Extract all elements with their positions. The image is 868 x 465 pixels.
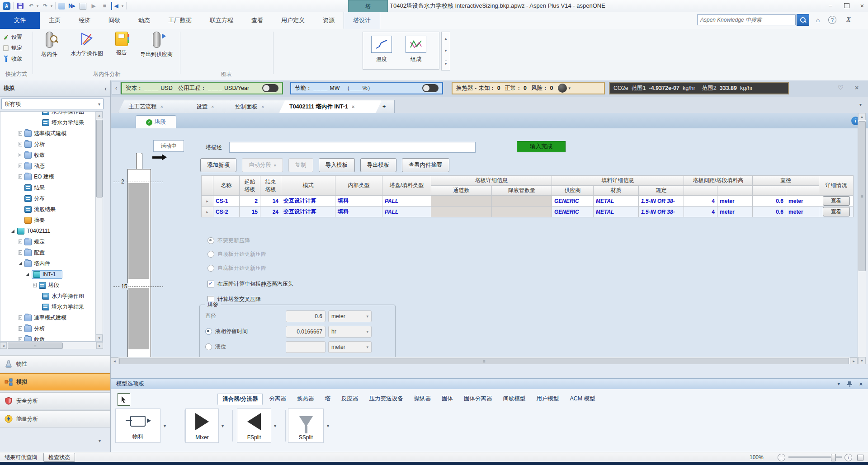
col-vendor[interactable]: 供应商 [552,186,594,196]
chevron-expanded-icon[interactable] [11,229,15,233]
material-stream-tile[interactable]: 物料 [115,409,160,443]
table-row[interactable]: ▸ CS-1 2 14 交互设计计算 填料 PALL GENERIC METAL… [202,196,854,207]
checkbox-static-head[interactable]: 在压降计算中包括静态蒸汽压头 [208,280,293,288]
report-button[interactable]: 报告 [109,29,134,70]
scroll-left-icon[interactable]: ◂ [0,342,7,349]
tree-item[interactable]: 收敛 [0,150,103,160]
radio-update-from-top[interactable]: 自顶板开始更新压降 [208,250,266,258]
exchanger-options-icon[interactable] [558,84,567,93]
chevron-right-icon[interactable] [19,316,22,319]
ribbon-tab-plant-data[interactable]: 工厂数据 [159,12,201,29]
tree-item[interactable]: 塔内件 [0,258,103,269]
view-details-button[interactable]: 查看 [823,207,850,216]
scroll-up-icon[interactable]: ▴ [858,113,866,120]
sump-level-value[interactable] [286,341,326,353]
tower-description-input[interactable] [229,142,476,153]
chevron-right-icon[interactable] [19,338,22,341]
palette-tab-solids-separators[interactable]: 固体分离器 [459,394,497,405]
nav-more-icon[interactable]: ▾ [99,438,101,443]
palette-tab-pressure-changers[interactable]: 压力变送设备 [364,394,407,405]
fsplit-tile[interactable]: FSplit [237,409,271,443]
tree-item[interactable]: 结果 [0,182,103,193]
nav-energy-analysis[interactable]: 能量分析 [0,410,110,427]
view-details-button[interactable]: 查看 [823,196,850,206]
help-icon[interactable]: ? [827,15,837,24]
temperature-chart-button[interactable]: 温度 [367,35,396,74]
exchange-icon[interactable]: X [844,15,854,24]
ribbon-tab-file[interactable]: 文件 [0,12,40,29]
column-internals-button[interactable]: 塔内件 [34,29,64,70]
scrollbar-thumb[interactable]: ≡ [119,358,849,365]
scrollbar-thumb[interactable] [96,120,103,197]
tree-item[interactable]: 分析 [0,139,103,150]
search-input[interactable] [697,14,796,25]
doc-tab-internals[interactable]: T0402111 塔内件 INT-1× [279,100,382,113]
close-button[interactable]: × [854,0,868,11]
col-group-spacing-height[interactable]: 塔板间距/塔段填料高 [684,176,753,186]
tree-item[interactable]: 塔水力学结果 [0,301,103,312]
col-mode[interactable]: 模式 [281,176,335,196]
chevron-expanded-icon[interactable] [19,262,22,265]
radio-update-from-bottom[interactable]: 自底板开始更新压降 [208,264,266,272]
qat-customize-icon[interactable]: ▾ [122,4,123,8]
check-status-button[interactable]: 检查状态 [43,453,75,462]
col-group-diameter[interactable]: 直径 [753,176,819,186]
mixer-tile[interactable]: Mixer [185,409,219,443]
gallery-up-icon[interactable]: ▴ [445,36,447,41]
zoom-slider-thumb[interactable] [831,454,836,461]
sump-residence-value[interactable]: 0.0166667 [286,326,326,338]
tree-item[interactable]: EO 建模 [0,171,103,182]
composition-chart-button[interactable]: 组成 [401,35,431,74]
col-material[interactable]: 材质 [594,186,639,196]
chevron-right-icon[interactable] [19,132,22,135]
ribbon-tab-view[interactable]: 查看 [242,12,272,29]
tree-item[interactable]: 摘要 [0,215,103,225]
tree-item[interactable]: 水力学操作图 [0,291,103,301]
radio-no-update[interactable]: 不要更新压降 [208,237,250,244]
search-button[interactable] [797,14,809,26]
palette-tab-exchangers[interactable]: 换热器 [292,394,319,405]
chevron-right-icon[interactable] [19,251,22,254]
ribbon-tab-resources[interactable]: 资源 [314,12,344,29]
undo-caret-icon[interactable]: ▾ [37,4,38,8]
close-tab-icon[interactable]: × [160,104,163,109]
table-row[interactable]: ▸ CS-2 15 24 交互设计计算 填料 PALL GENERIC META… [202,207,854,217]
tree-filter-dropdown[interactable]: 所有项 ▾ [1,99,104,109]
ssplit-caret-icon[interactable]: ▾ [327,423,329,428]
doc-tab-setup[interactable]: 设置× [186,100,231,113]
tree-item[interactable]: 速率模式建模 [0,312,103,323]
scrollbar-thumb[interactable]: ≡ [859,121,866,271]
sump-residence-unit[interactable]: hr▾ [328,326,372,338]
chevron-right-icon[interactable] [19,327,22,330]
model-palette-header[interactable]: 模型选项板 ▾ × [111,378,868,389]
col-details[interactable]: 详细情况 [819,176,854,196]
col-name[interactable]: 名称 [213,176,240,196]
col-group-tray-details[interactable]: 塔板详细信息 [431,176,552,186]
export-template-button[interactable]: 导出模板 [360,158,396,172]
close-tab-icon[interactable]: × [211,104,214,109]
palette-tab-reactors[interactable]: 反应器 [337,394,363,405]
tree-item[interactable]: 流股结果 [0,204,103,215]
tree-item[interactable]: 分布 [0,193,103,204]
palette-tab-solids[interactable]: 固体 [437,394,458,405]
model-summary-icon[interactable] [58,3,65,9]
tree-horizontal-scrollbar[interactable]: ◂ ≡ ▸ [0,342,103,349]
ssplit-tile[interactable]: SSplit [288,409,324,443]
import-template-button[interactable]: 导入模板 [319,158,355,172]
tree-item[interactable]: 塔水力学结果 [0,117,103,128]
stream-caret-icon[interactable]: ▾ [164,423,166,428]
gallery-down-icon[interactable]: ▾ [445,48,447,53]
doc-tab-main-flowsheet[interactable]: 主工艺流程× [118,100,194,113]
favorites-heart-icon[interactable]: ♡ [838,84,844,91]
fit-view-icon[interactable] [857,455,863,460]
tree-item[interactable]: 收敛 [0,334,103,342]
tree-item[interactable]: 水力学操作图 [0,111,103,117]
form-horizontal-scrollbar[interactable]: ◂ ≡ ▸ [111,357,858,365]
setup-button[interactable]: 设置 [0,32,33,42]
reinitialize-icon[interactable]: ◀ [111,2,120,10]
fsplit-caret-icon[interactable]: ▾ [274,423,276,428]
view-internals-summary-button[interactable]: 查看内件摘要 [402,158,449,172]
auto-section-button[interactable]: 自动分段▾ [242,158,283,172]
chevron-right-icon[interactable] [19,142,22,146]
col-downcomers[interactable]: 降液管数量 [492,186,552,196]
